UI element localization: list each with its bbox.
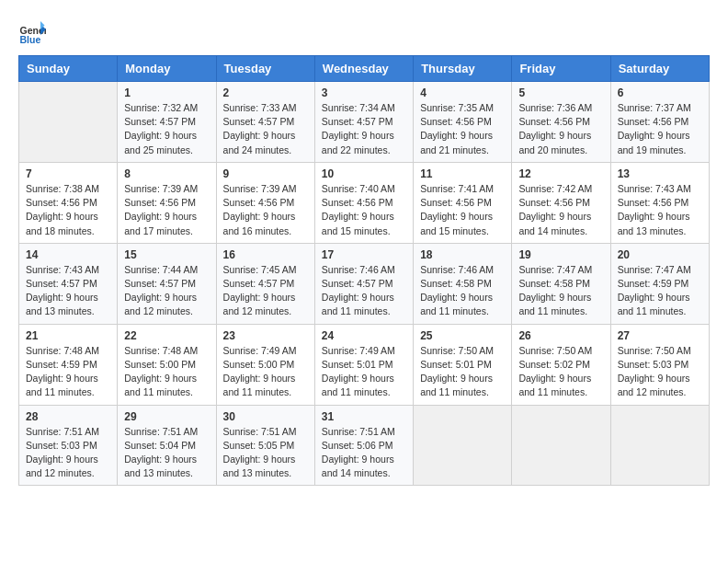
day-info: Sunrise: 7:51 AMSunset: 5:06 PMDaylight:… bbox=[322, 425, 406, 481]
calendar-cell: 15Sunrise: 7:44 AMSunset: 4:57 PMDayligh… bbox=[118, 243, 216, 324]
day-number: 21 bbox=[26, 329, 110, 342]
day-of-week-header: Thursday bbox=[414, 56, 512, 82]
day-info: Sunrise: 7:43 AMSunset: 4:57 PMDaylight:… bbox=[26, 263, 110, 319]
calendar-cell: 20Sunrise: 7:47 AMSunset: 4:59 PMDayligh… bbox=[610, 243, 709, 324]
calendar-cell: 13Sunrise: 7:43 AMSunset: 4:56 PMDayligh… bbox=[610, 162, 709, 243]
page-header: General Blue bbox=[18, 18, 710, 46]
day-number: 11 bbox=[420, 167, 505, 180]
calendar-cell: 31Sunrise: 7:51 AMSunset: 5:06 PMDayligh… bbox=[314, 405, 413, 486]
day-info: Sunrise: 7:51 AMSunset: 5:03 PMDaylight:… bbox=[26, 425, 110, 481]
calendar-cell: 14Sunrise: 7:43 AMSunset: 4:57 PMDayligh… bbox=[19, 243, 118, 324]
day-number: 15 bbox=[124, 248, 209, 261]
day-info: Sunrise: 7:51 AMSunset: 5:05 PMDaylight:… bbox=[223, 425, 308, 481]
calendar-cell: 16Sunrise: 7:45 AMSunset: 4:57 PMDayligh… bbox=[216, 243, 314, 324]
calendar-cell: 22Sunrise: 7:48 AMSunset: 5:00 PMDayligh… bbox=[118, 324, 216, 405]
day-info: Sunrise: 7:39 AMSunset: 4:56 PMDaylight:… bbox=[223, 182, 308, 238]
day-number: 30 bbox=[223, 410, 308, 423]
calendar-cell: 17Sunrise: 7:46 AMSunset: 4:57 PMDayligh… bbox=[314, 243, 413, 324]
calendar-cell: 3Sunrise: 7:34 AMSunset: 4:57 PMDaylight… bbox=[314, 82, 413, 163]
day-number: 24 bbox=[322, 329, 406, 342]
calendar-cell: 18Sunrise: 7:46 AMSunset: 4:58 PMDayligh… bbox=[414, 243, 512, 324]
calendar-cell bbox=[512, 405, 610, 486]
day-number: 26 bbox=[518, 329, 603, 342]
logo-icon: General Blue bbox=[18, 18, 46, 46]
calendar-cell: 9Sunrise: 7:39 AMSunset: 4:56 PMDaylight… bbox=[216, 162, 314, 243]
day-info: Sunrise: 7:43 AMSunset: 4:56 PMDaylight:… bbox=[618, 182, 702, 238]
calendar-cell: 10Sunrise: 7:40 AMSunset: 4:56 PMDayligh… bbox=[314, 162, 413, 243]
day-number: 13 bbox=[618, 167, 702, 180]
day-number: 20 bbox=[618, 248, 702, 261]
day-info: Sunrise: 7:35 AMSunset: 4:56 PMDaylight:… bbox=[420, 101, 505, 157]
calendar-cell: 19Sunrise: 7:47 AMSunset: 4:58 PMDayligh… bbox=[512, 243, 610, 324]
calendar-cell: 25Sunrise: 7:50 AMSunset: 5:01 PMDayligh… bbox=[414, 324, 512, 405]
day-number: 2 bbox=[223, 86, 308, 99]
day-of-week-header: Saturday bbox=[610, 56, 709, 82]
day-info: Sunrise: 7:50 AMSunset: 5:02 PMDaylight:… bbox=[518, 344, 603, 400]
calendar-cell: 11Sunrise: 7:41 AMSunset: 4:56 PMDayligh… bbox=[414, 162, 512, 243]
day-info: Sunrise: 7:36 AMSunset: 4:56 PMDaylight:… bbox=[518, 101, 603, 157]
day-info: Sunrise: 7:47 AMSunset: 4:58 PMDaylight:… bbox=[518, 263, 603, 319]
calendar-table: SundayMondayTuesdayWednesdayThursdayFrid… bbox=[18, 55, 710, 486]
calendar-cell: 1Sunrise: 7:32 AMSunset: 4:57 PMDaylight… bbox=[118, 82, 216, 163]
day-info: Sunrise: 7:33 AMSunset: 4:57 PMDaylight:… bbox=[223, 101, 308, 157]
day-number: 25 bbox=[420, 329, 505, 342]
day-info: Sunrise: 7:38 AMSunset: 4:56 PMDaylight:… bbox=[26, 182, 110, 238]
day-number: 28 bbox=[26, 410, 110, 423]
day-number: 29 bbox=[124, 410, 209, 423]
day-number: 14 bbox=[26, 248, 110, 261]
day-info: Sunrise: 7:44 AMSunset: 4:57 PMDaylight:… bbox=[124, 263, 209, 319]
day-number: 27 bbox=[618, 329, 702, 342]
day-info: Sunrise: 7:37 AMSunset: 4:56 PMDaylight:… bbox=[618, 101, 702, 157]
day-number: 4 bbox=[420, 86, 505, 99]
svg-text:Blue: Blue bbox=[20, 34, 41, 45]
day-info: Sunrise: 7:39 AMSunset: 4:56 PMDaylight:… bbox=[124, 182, 209, 238]
day-number: 6 bbox=[618, 86, 702, 99]
calendar-cell bbox=[610, 405, 709, 486]
day-info: Sunrise: 7:45 AMSunset: 4:57 PMDaylight:… bbox=[223, 263, 308, 319]
day-number: 7 bbox=[26, 167, 110, 180]
day-info: Sunrise: 7:49 AMSunset: 5:00 PMDaylight:… bbox=[223, 344, 308, 400]
day-number: 12 bbox=[518, 167, 603, 180]
day-info: Sunrise: 7:46 AMSunset: 4:58 PMDaylight:… bbox=[420, 263, 505, 319]
day-of-week-header: Tuesday bbox=[216, 56, 314, 82]
day-of-week-header: Sunday bbox=[19, 56, 118, 82]
calendar-cell: 30Sunrise: 7:51 AMSunset: 5:05 PMDayligh… bbox=[216, 405, 314, 486]
day-number: 5 bbox=[518, 86, 603, 99]
day-number: 19 bbox=[518, 248, 603, 261]
calendar-cell: 27Sunrise: 7:50 AMSunset: 5:03 PMDayligh… bbox=[610, 324, 709, 405]
day-info: Sunrise: 7:46 AMSunset: 4:57 PMDaylight:… bbox=[322, 263, 406, 319]
day-number: 9 bbox=[223, 167, 308, 180]
calendar-cell: 23Sunrise: 7:49 AMSunset: 5:00 PMDayligh… bbox=[216, 324, 314, 405]
day-of-week-header: Wednesday bbox=[314, 56, 413, 82]
day-number: 1 bbox=[124, 86, 209, 99]
calendar-cell: 2Sunrise: 7:33 AMSunset: 4:57 PMDaylight… bbox=[216, 82, 314, 163]
day-info: Sunrise: 7:50 AMSunset: 5:03 PMDaylight:… bbox=[618, 344, 702, 400]
day-number: 22 bbox=[124, 329, 209, 342]
day-number: 23 bbox=[223, 329, 308, 342]
day-number: 3 bbox=[322, 86, 406, 99]
calendar-cell bbox=[414, 405, 512, 486]
calendar-cell: 8Sunrise: 7:39 AMSunset: 4:56 PMDaylight… bbox=[118, 162, 216, 243]
day-info: Sunrise: 7:47 AMSunset: 4:59 PMDaylight:… bbox=[618, 263, 702, 319]
logo: General Blue bbox=[18, 18, 50, 46]
calendar-cell: 12Sunrise: 7:42 AMSunset: 4:56 PMDayligh… bbox=[512, 162, 610, 243]
day-info: Sunrise: 7:41 AMSunset: 4:56 PMDaylight:… bbox=[420, 182, 505, 238]
calendar-cell: 28Sunrise: 7:51 AMSunset: 5:03 PMDayligh… bbox=[19, 405, 118, 486]
calendar-cell: 26Sunrise: 7:50 AMSunset: 5:02 PMDayligh… bbox=[512, 324, 610, 405]
day-info: Sunrise: 7:48 AMSunset: 5:00 PMDaylight:… bbox=[124, 344, 209, 400]
calendar-cell bbox=[19, 82, 118, 163]
day-number: 18 bbox=[420, 248, 505, 261]
day-info: Sunrise: 7:50 AMSunset: 5:01 PMDaylight:… bbox=[420, 344, 505, 400]
calendar-cell: 6Sunrise: 7:37 AMSunset: 4:56 PMDaylight… bbox=[610, 82, 709, 163]
day-of-week-header: Monday bbox=[118, 56, 216, 82]
day-number: 17 bbox=[322, 248, 406, 261]
day-number: 8 bbox=[124, 167, 209, 180]
calendar-cell: 7Sunrise: 7:38 AMSunset: 4:56 PMDaylight… bbox=[19, 162, 118, 243]
day-info: Sunrise: 7:49 AMSunset: 5:01 PMDaylight:… bbox=[322, 344, 406, 400]
calendar-cell: 5Sunrise: 7:36 AMSunset: 4:56 PMDaylight… bbox=[512, 82, 610, 163]
day-number: 16 bbox=[223, 248, 308, 261]
calendar-cell: 21Sunrise: 7:48 AMSunset: 4:59 PMDayligh… bbox=[19, 324, 118, 405]
day-number: 31 bbox=[322, 410, 406, 423]
day-info: Sunrise: 7:51 AMSunset: 5:04 PMDaylight:… bbox=[124, 425, 209, 481]
calendar-cell: 29Sunrise: 7:51 AMSunset: 5:04 PMDayligh… bbox=[118, 405, 216, 486]
